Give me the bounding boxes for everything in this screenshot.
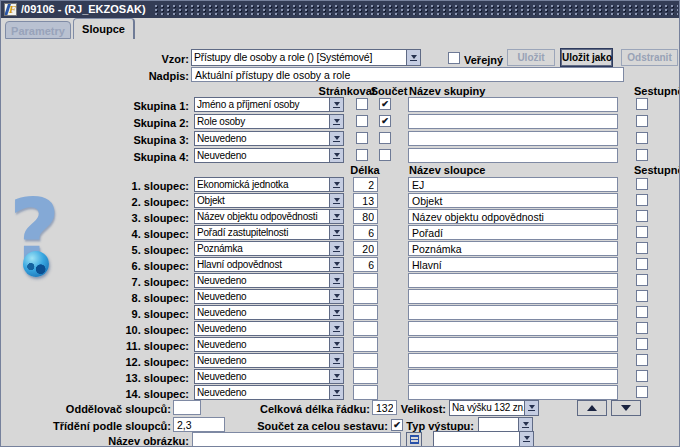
column-name-input[interactable] xyxy=(408,337,618,352)
column-name-input[interactable] xyxy=(408,241,618,256)
header-soucet: Součet xyxy=(367,85,411,97)
delka-input[interactable] xyxy=(353,289,378,304)
column-combobox[interactable]: Neuvedeno xyxy=(194,353,344,368)
delka-input[interactable] xyxy=(353,209,378,224)
delka-input[interactable] xyxy=(353,241,378,256)
soucet-checkbox[interactable] xyxy=(379,149,391,161)
column-name-input[interactable] xyxy=(408,225,618,240)
column-combobox[interactable]: Neuvedeno xyxy=(194,305,344,320)
delka-input[interactable] xyxy=(353,305,378,320)
column-combobox[interactable]: Pořadí zastupitelnosti xyxy=(194,225,344,240)
column-combobox[interactable]: Neuvedeno xyxy=(194,273,344,288)
sestupne-checkbox[interactable] xyxy=(636,274,648,286)
column-combobox[interactable]: Neuvedeno xyxy=(194,289,344,304)
trideni-input[interactable] xyxy=(173,417,225,432)
group-name-input[interactable] xyxy=(408,131,618,146)
delka-input[interactable] xyxy=(353,273,378,288)
column-combobox[interactable]: Hlavní odpovědnost xyxy=(194,257,344,272)
column-name-input[interactable] xyxy=(408,305,618,320)
image-list-button[interactable] xyxy=(406,432,422,447)
delka-input[interactable] xyxy=(353,321,378,336)
sestupne-checkbox[interactable] xyxy=(636,194,648,206)
column-combobox[interactable]: Ekonomická jednotka xyxy=(194,177,344,192)
move-down-button[interactable] xyxy=(611,400,641,416)
sestupne-checkbox[interactable] xyxy=(636,354,648,366)
column-combobox[interactable]: Neuvedeno xyxy=(194,369,344,384)
group-name-input[interactable] xyxy=(408,114,618,129)
delka-input[interactable] xyxy=(353,337,378,352)
group-combobox[interactable]: Role osoby xyxy=(194,114,344,129)
column-name-input[interactable] xyxy=(408,289,618,304)
delka-input[interactable] xyxy=(353,193,378,208)
column-combobox-value: Neuvedeno xyxy=(195,354,329,367)
column-combobox[interactable]: Název objektu odpovědnosti xyxy=(194,209,344,224)
nazev-obrazku-input[interactable] xyxy=(192,432,401,447)
column-name-input[interactable] xyxy=(408,385,618,400)
column-combobox[interactable]: Poznámka xyxy=(194,241,344,256)
delka-input[interactable] xyxy=(353,385,378,400)
sestupne-checkbox[interactable] xyxy=(636,290,648,302)
group-name-input[interactable] xyxy=(408,97,618,112)
nadpis-input[interactable] xyxy=(191,67,624,82)
column-name-input[interactable] xyxy=(408,321,618,336)
sestupne-checkbox[interactable] xyxy=(636,115,648,127)
sestupne-checkbox[interactable] xyxy=(636,370,648,382)
strankovat-checkbox[interactable] xyxy=(356,132,368,144)
column-name-input[interactable] xyxy=(408,353,618,368)
group-combobox[interactable]: Neuvedeno xyxy=(194,131,344,146)
sestupne-checkbox[interactable] xyxy=(636,338,648,350)
column-combobox[interactable]: Objekt xyxy=(194,193,344,208)
sestupne-checkbox[interactable] xyxy=(636,149,648,161)
save-as-button[interactable]: Uložit jako xyxy=(561,49,612,66)
strankovat-checkbox[interactable] xyxy=(356,115,368,127)
column-name-input[interactable] xyxy=(408,273,618,288)
velikost-combobox[interactable]: Na výšku 132 zn. xyxy=(449,400,539,416)
strankovat-checkbox[interactable] xyxy=(356,149,368,161)
sestupne-checkbox[interactable] xyxy=(636,242,648,254)
tab-parametry[interactable]: Parametry xyxy=(5,21,71,39)
oddelovac-input[interactable] xyxy=(173,400,201,415)
group-combobox[interactable]: Neuvedeno xyxy=(194,148,344,163)
delka-input[interactable] xyxy=(353,257,378,272)
sestupne-checkbox[interactable] xyxy=(636,306,648,318)
soucet-checkbox[interactable] xyxy=(379,115,391,127)
move-up-button[interactable] xyxy=(577,400,607,416)
group-name-input[interactable] xyxy=(408,148,618,163)
delka-input[interactable] xyxy=(353,353,378,368)
column-row: 4. sloupec: Pořadí zastupitelnosti xyxy=(1,225,680,241)
sestupne-checkbox[interactable] xyxy=(636,258,648,270)
sestupne-checkbox[interactable] xyxy=(636,210,648,222)
column-name-input[interactable] xyxy=(408,177,618,192)
sestupne-checkbox[interactable] xyxy=(636,386,648,398)
obrazek-combobox[interactable] xyxy=(433,431,534,447)
group-row: Skupina 2: Role osoby xyxy=(1,114,680,130)
save-button[interactable]: Uložit xyxy=(507,49,555,66)
column-combobox[interactable]: Neuvedeno xyxy=(194,337,344,352)
delka-input[interactable] xyxy=(353,177,378,192)
vzor-combobox[interactable]: Přístupy dle osoby a role () [Systémové] xyxy=(191,49,421,66)
column-row-label: 11. sloupec: xyxy=(96,340,189,353)
column-name-input[interactable] xyxy=(408,193,618,208)
column-name-input[interactable] xyxy=(408,369,618,384)
delka-input[interactable] xyxy=(353,225,378,240)
column-row-label: 9. sloupec: xyxy=(96,308,189,321)
sestupne-checkbox[interactable] xyxy=(636,226,648,238)
strankovat-checkbox[interactable] xyxy=(356,98,368,110)
column-name-input[interactable] xyxy=(408,209,618,224)
nadpis-label: Nadpis: xyxy=(109,70,189,83)
delka-input[interactable] xyxy=(353,369,378,384)
column-combobox[interactable]: Neuvedeno xyxy=(194,321,344,336)
sestupne-checkbox[interactable] xyxy=(636,132,648,144)
column-combobox[interactable]: Neuvedeno xyxy=(194,385,344,400)
tab-sloupce[interactable]: Sloupce xyxy=(73,18,135,39)
sestupne-checkbox[interactable] xyxy=(636,178,648,190)
sestupne-checkbox[interactable] xyxy=(636,322,648,334)
column-name-input[interactable] xyxy=(408,257,618,272)
sestupne-checkbox[interactable] xyxy=(636,98,648,110)
soucet-checkbox[interactable] xyxy=(379,132,391,144)
verejny-checkbox[interactable] xyxy=(448,52,460,64)
soucet-checkbox[interactable] xyxy=(379,98,391,110)
column-row-label: 1. sloupec: xyxy=(96,180,189,193)
group-combobox[interactable]: Jméno a příjmení osoby xyxy=(194,97,344,112)
delete-button[interactable]: Odstranit xyxy=(621,49,678,66)
